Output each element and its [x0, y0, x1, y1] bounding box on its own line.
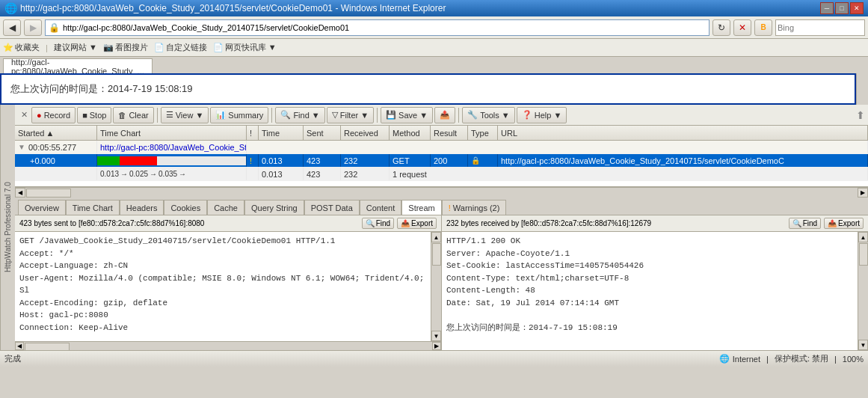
right-vscroll-up[interactable]: ▲ — [858, 232, 868, 242]
web-slices-label: 网页快讯库 ▼ — [225, 42, 277, 53]
filter-button[interactable]: ▽ Filter ▼ — [327, 107, 374, 123]
col-result[interactable]: Result — [431, 126, 468, 140]
summary-button[interactable]: 📊 Summary — [210, 107, 268, 123]
httpwatch-label: HttpWatch Professional 7.0 — [0, 105, 15, 350]
refresh-button[interactable]: ↻ — [712, 19, 730, 36]
toolbar-sep-4 — [458, 108, 459, 123]
tab-warnings[interactable]: ! Warnings (2) — [442, 200, 507, 215]
httpwatch-main: ✕ ● Record ■ Stop 🗑 Clear ☰ View ▼ 📊 Sum… — [15, 105, 868, 350]
clear-button[interactable]: 🗑 Clear — [113, 107, 153, 123]
export-button[interactable]: 📤 — [434, 107, 455, 123]
hscroll-left[interactable]: ◀ — [15, 188, 25, 198]
right-find-button[interactable]: 🔍 Find — [789, 218, 821, 229]
expand-icon: ▼ — [18, 143, 25, 151]
export-icon: 📤 — [828, 219, 837, 227]
right-vscroll-down[interactable]: ▼ — [858, 340, 868, 350]
col-sent[interactable]: Sent — [304, 126, 341, 140]
tab-postdata[interactable]: POST Data — [304, 200, 360, 215]
right-panel-vscroll[interactable]: ▲ ▼ — [858, 232, 868, 350]
col-time[interactable]: Time — [259, 126, 304, 140]
left-panel-content: GET /JavaWeb_Cookie_Study_20140715/servl… — [15, 232, 431, 341]
view-button[interactable]: ☰ View ▼ — [161, 107, 209, 123]
page-scrollbar[interactable] — [856, 73, 868, 105]
stop-icon: ■ — [82, 111, 87, 120]
toolbar-sep-3 — [377, 108, 378, 123]
left-hscroll-track[interactable] — [24, 342, 432, 350]
tab-timechart[interactable]: Time Chart — [66, 200, 120, 215]
stop-button[interactable]: ✕ — [733, 19, 751, 36]
col-url[interactable]: URL — [498, 126, 868, 140]
status-bar: 完成 🌐 Internet | 保护模式: 禁用 | 100% — [0, 350, 868, 367]
left-find-button[interactable]: 🔍 Find — [362, 218, 394, 229]
fav-separator: | — [46, 43, 48, 52]
left-hscroll-right[interactable]: ▶ — [432, 342, 441, 350]
vscroll-up[interactable]: ▲ — [431, 232, 441, 242]
help-icon: ❓ — [522, 110, 532, 120]
tab-stream[interactable]: Stream — [401, 200, 441, 215]
left-hscroll-thumb[interactable] — [25, 343, 70, 350]
help-button[interactable]: ❓ Help ▼ — [517, 107, 567, 123]
search-provider-icon[interactable]: B — [754, 19, 772, 36]
right-export-button[interactable]: 📤 Export — [824, 218, 864, 229]
td-offset: +0.000 — [15, 154, 97, 167]
separator2: | — [834, 355, 837, 364]
right-vscroll-track[interactable] — [858, 242, 868, 340]
tab-content[interactable]: Content — [360, 200, 402, 215]
minimize-button[interactable]: ─ — [820, 2, 834, 14]
record-button[interactable]: ● Record — [31, 107, 76, 123]
custom-links[interactable]: 📄 自定义链接 — [154, 42, 207, 53]
active-tab[interactable]: http://gacl-pc:8080/JavaWeb_Cookie_Study… — [3, 58, 153, 73]
hw-hscrollbar[interactable]: ◀ ▶ — [15, 187, 868, 198]
left-panel-hscroll[interactable]: ◀ ▶ — [15, 341, 441, 350]
hw-close-button[interactable]: ✕ — [18, 109, 30, 121]
vscroll-down[interactable]: ▼ — [431, 331, 441, 341]
td-sum-requests: 1 request — [390, 168, 868, 180]
col-started[interactable]: Started ▲ — [15, 126, 97, 140]
col-received[interactable]: Received — [341, 126, 390, 140]
col-bang[interactable]: ! — [247, 126, 259, 140]
summary-icon: 📊 — [215, 110, 226, 120]
timeline-connect — [120, 156, 157, 165]
col-type[interactable]: Type — [468, 126, 498, 140]
find-button[interactable]: 🔍 Find ▼ — [275, 107, 324, 123]
window-title: http://gacl-pc:8080/JavaWeb_Cookie_Study… — [20, 3, 446, 13]
tab-overview[interactable]: Overview — [18, 200, 66, 215]
suggested-sites[interactable]: 建议网站 ▼ — [54, 42, 97, 53]
tab-headers[interactable]: Headers — [120, 200, 164, 215]
search-input[interactable] — [778, 23, 868, 32]
hscroll-track[interactable] — [25, 188, 858, 198]
image-search[interactable]: 📷 看图搜片 — [103, 42, 148, 53]
save-button[interactable]: 💾 Save ▼ — [381, 107, 433, 123]
back-button[interactable]: ◀ — [3, 19, 21, 36]
favorites-button[interactable]: ⭐ 收藏夹 — [3, 42, 40, 53]
ie-page-area: 您上次访问的时间是：2014-7-19 15:08:19 — [0, 73, 868, 105]
maximize-button[interactable]: □ — [835, 2, 849, 14]
td-sum-chart: 0.013 → 0.025 → 0.035 → — [97, 168, 247, 180]
col-timechart[interactable]: Time Chart — [97, 126, 247, 140]
left-panel-vscroll[interactable]: ▲ ▼ — [431, 232, 441, 341]
tab-querystring[interactable]: Query String — [244, 200, 304, 215]
left-export-button[interactable]: 📤 Export — [397, 218, 437, 229]
address-input[interactable] — [63, 23, 706, 32]
tab-cache[interactable]: Cache — [207, 200, 244, 215]
hw-content-area: 423 bytes sent to [fe80::d578:2ca7:c5fc:… — [15, 215, 868, 350]
tools-button[interactable]: 🔧 Tools ▼ — [462, 107, 515, 123]
forward-button[interactable]: ▶ — [24, 19, 42, 36]
table-row-data[interactable]: +0.000 ! 0.013 423 232 — [15, 154, 868, 168]
col-method[interactable]: Method — [390, 126, 431, 140]
vscroll-thumb[interactable] — [432, 243, 441, 266]
tab-cookies[interactable]: Cookies — [164, 200, 207, 215]
tools-icon: 🔧 — [467, 110, 478, 120]
left-hscroll-left[interactable]: ◀ — [15, 342, 24, 350]
hw-table-area: Started ▲ Time Chart ! Time Sent Receive… — [15, 126, 868, 187]
right-vscroll-thumb[interactable] — [859, 243, 868, 266]
hscroll-right[interactable]: ▶ — [858, 188, 868, 198]
stop-button[interactable]: ■ Stop — [77, 107, 111, 123]
close-button[interactable]: ✕ — [850, 2, 864, 14]
table-row-group[interactable]: ▼ 00:05:55.277 http://gacl-pc:8080/JavaW… — [15, 141, 868, 154]
web-slices[interactable]: 📄 网页快讯库 ▼ — [213, 42, 277, 53]
hscroll-thumb[interactable] — [26, 189, 71, 198]
custom-links-icon: 📄 — [154, 43, 164, 52]
hw-expand-icon[interactable]: ⬆ — [856, 109, 865, 121]
vscroll-track[interactable] — [431, 242, 441, 331]
